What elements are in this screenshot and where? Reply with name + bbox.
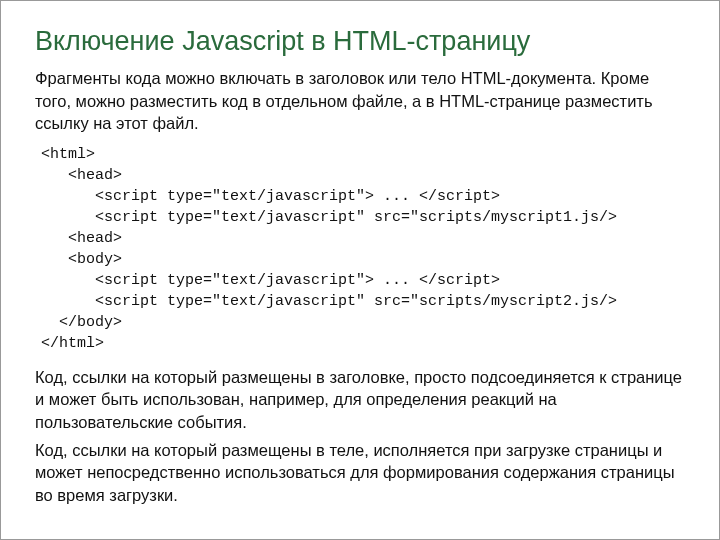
slide: Включение Javascript в HTML-страницу Фра… <box>0 0 720 540</box>
slide-title: Включение Javascript в HTML-страницу <box>35 25 689 57</box>
paragraph-intro: Фрагменты кода можно включать в заголово… <box>35 67 689 134</box>
paragraph-outro-2: Код, ссылки на который размещены в теле,… <box>35 439 689 506</box>
paragraph-outro-1: Код, ссылки на который размещены в загол… <box>35 366 689 433</box>
code-block: <html> <head> <script type="text/javascr… <box>41 144 689 354</box>
